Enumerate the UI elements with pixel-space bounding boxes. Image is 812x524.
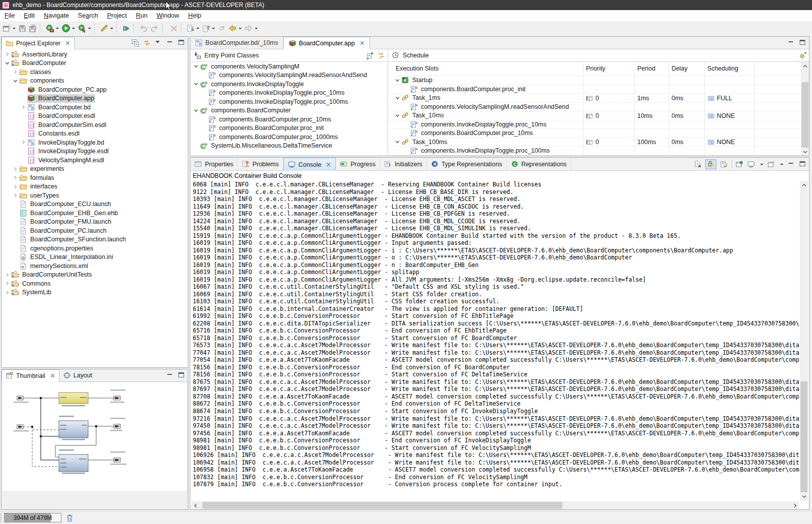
- maximize-icon[interactable]: [178, 39, 186, 47]
- tab-initializers[interactable]: IInitializers: [380, 158, 427, 170]
- chevron-down-icon[interactable]: [760, 164, 763, 167]
- tree-item[interactable]: AssertionLibrary: [2, 50, 188, 59]
- editor-tab-boardcomputer-bd-10ms[interactable]: BoardComputer.bd/_10ms: [190, 37, 283, 49]
- chevron-collapsed-icon[interactable]: [4, 280, 11, 288]
- entry-point-item[interactable]: Scomponents.BoardComputer: [190, 106, 388, 115]
- tab-representations[interactable]: CRepresentations: [507, 158, 571, 170]
- entry-point-item[interactable]: Scomponents.InvokeDisplayToggle.proc_10m…: [190, 89, 388, 98]
- scroll-lock-button[interactable]: [705, 159, 716, 169]
- tree-item[interactable]: BoardComputer: [2, 59, 188, 68]
- menu-window[interactable]: Window: [152, 11, 184, 20]
- entry-point-item[interactable]: Scomponents.VelocitySamplingM.readSensor…: [190, 71, 388, 80]
- delay-cell[interactable]: 0ms: [672, 111, 683, 120]
- scheduling-cell[interactable]: NONE: [707, 111, 735, 120]
- chevron-collapsed-icon[interactable]: [20, 103, 27, 111]
- tree-item[interactable]: cgenoptions.properties: [2, 244, 188, 253]
- console-vscrollbar[interactable]: [800, 181, 808, 500]
- maximize-icon[interactable]: [799, 160, 807, 168]
- tree-item[interactable]: {}InvokeDisplayToggle.esdl: [2, 147, 188, 156]
- column-header[interactable]: Delay: [672, 65, 688, 72]
- run-button[interactable]: [60, 22, 77, 34]
- console-hscrollbar[interactable]: [191, 501, 799, 509]
- tree-item[interactable]: {}BoardComputerSim.esdl: [2, 120, 188, 129]
- minimize-icon[interactable]: [166, 371, 174, 379]
- annotation-next-button[interactable]: [185, 22, 201, 34]
- back-button[interactable]: [227, 22, 243, 34]
- delete-x-button[interactable]: [169, 22, 179, 34]
- undo-button[interactable]: [138, 22, 149, 34]
- delay-cell[interactable]: 0ms: [672, 138, 683, 147]
- minimize-icon[interactable]: [787, 160, 795, 168]
- menu-project[interactable]: Project: [103, 11, 131, 20]
- scheduling-cell[interactable]: FULL: [707, 94, 732, 103]
- entry-point-item[interactable]: SSystemLib.Miscellaneous.DeltaTimeServic…: [190, 142, 388, 151]
- schedule-row[interactable]: Scomponents.BoardComputer.proc_1000ms: [389, 156, 801, 156]
- chevron-collapsed-icon[interactable]: [4, 50, 11, 58]
- run-external-button[interactable]: [77, 22, 93, 34]
- schedule-row[interactable]: Scomponents.BoardComputer.proc_init: [389, 85, 801, 94]
- tree-item[interactable]: experiments: [2, 165, 188, 174]
- minimize-icon[interactable]: [166, 39, 174, 47]
- tree-item[interactable]: BoardComputer_ECU.launch: [2, 200, 188, 209]
- schedule-row[interactable]: Scomponents.VelocitySamplingM.readSensor…: [389, 103, 801, 112]
- chevron-collapsed-icon[interactable]: [12, 182, 19, 190]
- chevron-collapsed-icon[interactable]: [12, 191, 19, 200]
- tree-item[interactable]: formulas: [2, 173, 188, 182]
- redo-button[interactable]: [149, 22, 160, 34]
- pin-console-icon[interactable]: [735, 160, 744, 168]
- tree-item[interactable]: {}Constants.esdl: [2, 129, 188, 139]
- add-entry-point-icon[interactable]: [366, 51, 374, 59]
- maximize-icon[interactable]: [178, 371, 186, 379]
- link-with-editor-icon[interactable]: [143, 39, 151, 47]
- priority-cell[interactable]: 10: [586, 111, 599, 120]
- schedule-vscrollbar[interactable]: [801, 62, 809, 156]
- priority-cell[interactable]: 10: [586, 94, 599, 103]
- column-header[interactable]: Scheduling: [707, 65, 738, 72]
- tree-item[interactable]: components: [2, 77, 188, 86]
- tree-item[interactable]: {}VelocitySamplingM.esdl: [2, 156, 188, 165]
- new-wizard-button[interactable]: [2, 22, 17, 34]
- entry-point-item[interactable]: Scomponents.InvokeDisplayToggle: [190, 80, 388, 89]
- entry-point-item[interactable]: Scomponents.BoardComputer.proc_10ms: [190, 115, 388, 124]
- column-header[interactable]: Priority: [586, 65, 606, 72]
- chevron-collapsed-icon[interactable]: [4, 288, 11, 296]
- collapse-all-icon[interactable]: [131, 39, 139, 47]
- minimize-icon[interactable]: [787, 39, 795, 47]
- priority-cell[interactable]: 10: [586, 138, 599, 147]
- tree-item[interactable]: BoardComputer_FMU.launch: [2, 218, 188, 227]
- tree-item[interactable]: InvokeDisplayToggle.bd: [2, 138, 188, 147]
- tree-item[interactable]: BoardComputer.bd: [2, 103, 188, 112]
- back-small-button[interactable]: [216, 22, 227, 34]
- schedule-row[interactable]: Scomponents.InvokeDisplayToggle.proc_10m…: [389, 120, 801, 129]
- tree-item[interactable]: {}BoardComputer.esdl: [2, 112, 188, 121]
- open-console-icon[interactable]: [767, 160, 775, 168]
- tree-item[interactable]: classes: [2, 68, 188, 77]
- tab-thumbnail[interactable]: Thumbnail: [2, 369, 59, 382]
- tree-item[interactable]: BoardComputer_PC.launch: [2, 226, 188, 235]
- editor-tab-boardcomputer-app[interactable]: BoardComputer.app: [283, 37, 370, 49]
- tab-console[interactable]: Console: [283, 158, 336, 171]
- schedule-row[interactable]: Scomponents.InvokeDisplayToggle.proc_100…: [389, 147, 801, 156]
- menu-navigate[interactable]: Navigate: [39, 11, 73, 20]
- menu-help[interactable]: Help: [184, 11, 206, 20]
- chevron-collapsed-icon[interactable]: [20, 139, 27, 147]
- forward-button[interactable]: [243, 22, 259, 34]
- tree-item[interactable]: interfaces: [2, 182, 188, 191]
- close-icon[interactable]: [65, 40, 70, 46]
- period-cell[interactable]: 10ms: [637, 111, 652, 120]
- period-cell[interactable]: 1ms: [637, 94, 649, 103]
- schedule-row[interactable]: Scomponents.BoardComputer.proc_10ms: [389, 129, 801, 138]
- schedule-row[interactable]: Startup: [389, 76, 801, 85]
- entry-point-item[interactable]: Scomponents.BoardComputer.proc_init: [190, 124, 388, 133]
- maximize-icon[interactable]: [799, 39, 807, 47]
- view-menu-icon[interactable]: [155, 39, 163, 47]
- tree-item[interactable]: BoardComputer_EHB_Gen.ehb: [2, 209, 188, 218]
- tree-item[interactable]: BoardComputer_SFunction.launch: [2, 235, 188, 244]
- delay-cell[interactable]: 0ms: [672, 94, 683, 103]
- menu-file[interactable]: File: [0, 11, 19, 20]
- tree-item[interactable]: SystemLib: [2, 288, 188, 297]
- word-wrap-icon[interactable]: [720, 160, 728, 168]
- thumbnail-canvas[interactable]: [3, 382, 187, 491]
- tab-layout[interactable]: Layout: [59, 369, 96, 381]
- scheduling-cell[interactable]: NONE: [707, 138, 735, 147]
